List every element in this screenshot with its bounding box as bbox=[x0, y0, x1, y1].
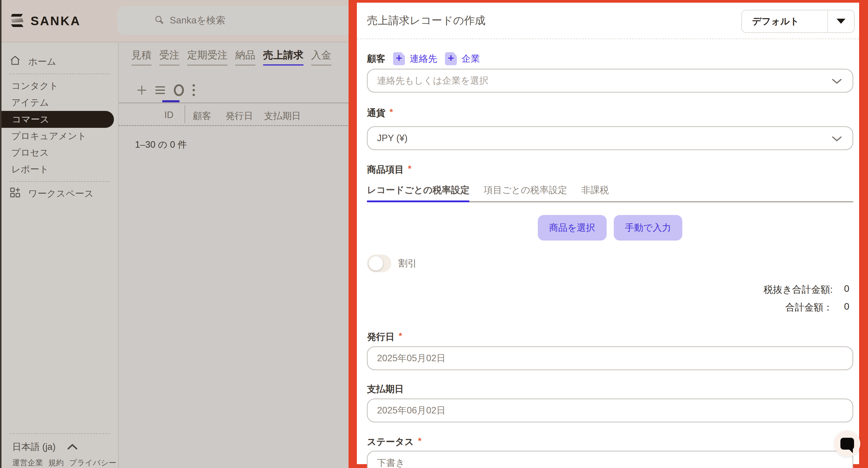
preset-dropdown[interactable]: デフォルト bbox=[741, 10, 855, 33]
subtotal-label: 税抜き合計金額: bbox=[764, 283, 833, 296]
tax-setting-tabs: レコードごとの税率設定 項目ごとの税率設定 非課税 bbox=[367, 184, 853, 202]
issue-date-value: 2025年05月02日 bbox=[377, 352, 445, 365]
currency-label: 通貨 bbox=[367, 107, 385, 119]
line-items-label: 商品項目 bbox=[367, 163, 404, 176]
totals-summary: 税抜き合計金額: 0 合計金額： 0 bbox=[367, 283, 853, 314]
toggle-knob bbox=[369, 256, 383, 271]
subtotal-value: 0 bbox=[844, 283, 849, 296]
tab-record-tax[interactable]: レコードごとの税率設定 bbox=[367, 184, 469, 202]
required-mark: * bbox=[408, 163, 411, 174]
plus-icon: + bbox=[447, 53, 454, 63]
add-company-link[interactable]: 企業 bbox=[462, 53, 480, 65]
chat-bubble-icon bbox=[840, 438, 854, 449]
modal-body: 顧客 + 連絡先 + 企業 連絡先もしくは企業を選択 通貨 * JPY (¥) … bbox=[357, 52, 859, 468]
required-mark: * bbox=[418, 436, 422, 446]
currency-value: JPY (¥) bbox=[377, 133, 408, 144]
create-sales-invoice-modal: 売上請求レコードの作成 デフォルト 顧客 + 連絡先 + 企業 連絡先もしくは企… bbox=[348, 0, 868, 468]
preset-value: デフォルト bbox=[742, 10, 828, 32]
currency-select[interactable]: JPY (¥) bbox=[367, 126, 853, 150]
issue-date-label: 発行日 bbox=[367, 331, 395, 343]
add-contact-link[interactable]: 連絡先 bbox=[410, 53, 437, 65]
discount-label: 割引 bbox=[398, 257, 417, 270]
status-select[interactable]: 下書き bbox=[367, 451, 853, 468]
caret-down-icon bbox=[837, 19, 845, 24]
preset-caret-button[interactable] bbox=[828, 10, 854, 32]
chat-widget-button[interactable] bbox=[834, 431, 860, 457]
discount-toggle[interactable] bbox=[367, 254, 391, 272]
due-date-input[interactable]: 2025年06月02日 bbox=[367, 399, 853, 422]
select-product-button[interactable]: 商品を選択 bbox=[538, 215, 607, 241]
required-mark: * bbox=[390, 107, 393, 117]
chevron-down-icon bbox=[832, 136, 842, 142]
tab-tax-free[interactable]: 非課税 bbox=[582, 184, 609, 201]
plus-icon: + bbox=[396, 53, 402, 63]
customer-select-placeholder: 連絡先もしくは企業を選択 bbox=[377, 74, 489, 87]
required-mark: * bbox=[399, 331, 402, 341]
customer-select[interactable]: 連絡先もしくは企業を選択 bbox=[367, 69, 853, 93]
add-company-button[interactable]: + bbox=[445, 52, 457, 65]
tab-item-tax[interactable]: 項目ごとの税率設定 bbox=[484, 184, 567, 201]
total-label: 合計金額： bbox=[785, 301, 833, 314]
customer-label: 顧客 bbox=[367, 53, 385, 65]
manual-entry-button[interactable]: 手動で入力 bbox=[614, 215, 683, 241]
due-date-value: 2025年06月02日 bbox=[377, 404, 445, 417]
modal-header: 売上請求レコードの作成 デフォルト bbox=[357, 3, 859, 39]
status-label: ステータス bbox=[367, 436, 414, 448]
chevron-down-icon bbox=[832, 78, 842, 84]
issue-date-input[interactable]: 2025年05月02日 bbox=[367, 346, 853, 370]
status-value: 下書き bbox=[377, 457, 405, 468]
add-contact-button[interactable]: + bbox=[393, 52, 405, 65]
modal-backdrop[interactable] bbox=[0, 0, 349, 468]
due-date-label: 支払期日 bbox=[367, 383, 404, 395]
modal-title: 売上請求レコードの作成 bbox=[367, 13, 485, 28]
total-value: 0 bbox=[844, 301, 849, 314]
